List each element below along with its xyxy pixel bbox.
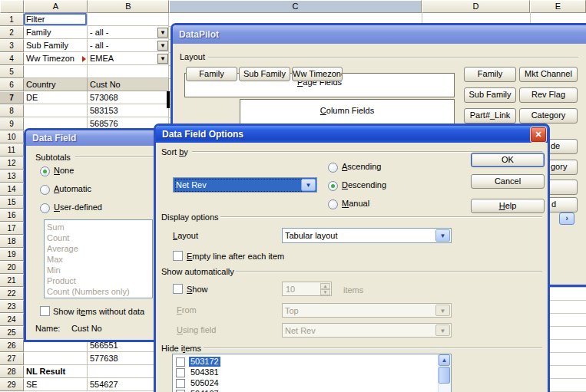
row-header-28[interactable]: 28 bbox=[0, 365, 24, 378]
sort-radio-label-1[interactable]: Descending bbox=[342, 180, 386, 189]
chevron-down-icon[interactable]: ▼ bbox=[301, 179, 316, 191]
row-header-29[interactable]: 29 bbox=[0, 378, 24, 391]
row-header-20[interactable]: 20 bbox=[0, 261, 24, 274]
scroll-up-icon[interactable]: ▲ bbox=[439, 354, 450, 366]
field-button[interactable]: Rev Flag bbox=[519, 87, 578, 103]
spinner-down-icon[interactable]: ▼ bbox=[320, 289, 330, 295]
cell-A7[interactable]: DE bbox=[24, 91, 88, 104]
sheet-corner[interactable] bbox=[0, 0, 24, 13]
datapilot-titlebar[interactable]: DataPilot bbox=[173, 25, 586, 44]
hide-item-value[interactable]: 504381 bbox=[189, 367, 220, 377]
show-items-label[interactable]: Show items without data bbox=[53, 307, 144, 316]
row-header-21[interactable]: 21 bbox=[0, 274, 24, 287]
from-select[interactable]: Top ▼ bbox=[282, 303, 452, 318]
layout-select[interactable]: Tabular layout ▼ bbox=[282, 228, 452, 243]
col-header-B[interactable]: B bbox=[88, 0, 169, 13]
function-list-item[interactable]: StDev (Sample) bbox=[47, 297, 150, 298]
cell-A27[interactable] bbox=[24, 352, 88, 365]
function-list-item[interactable]: Count (Numbers only) bbox=[47, 286, 150, 297]
cell-A8[interactable] bbox=[24, 104, 88, 117]
spinner-up-icon[interactable]: ▲ bbox=[320, 283, 330, 289]
hide-item-value[interactable]: 503172 bbox=[189, 357, 220, 367]
cell-A29[interactable]: SE bbox=[24, 378, 88, 391]
function-list-item[interactable]: Sum bbox=[47, 222, 150, 232]
row-header-18[interactable]: 18 bbox=[0, 235, 24, 248]
row-header-14[interactable]: 14 bbox=[0, 183, 24, 196]
subtotals-radio-label-1[interactable]: Automatic bbox=[54, 184, 91, 193]
subtotals-radio-2[interactable] bbox=[40, 203, 50, 213]
hide-item-checkbox[interactable] bbox=[176, 368, 185, 377]
cell-B6[interactable]: Cust No bbox=[88, 78, 169, 91]
using-field-select[interactable]: Net Rev ▼ bbox=[282, 323, 452, 338]
row-header-22[interactable]: 22 bbox=[0, 287, 24, 300]
cell-A2[interactable]: Family bbox=[24, 26, 88, 39]
function-list-item[interactable]: Average bbox=[47, 243, 150, 254]
function-list-item[interactable]: Max bbox=[47, 254, 150, 265]
subtotals-radio-label-2[interactable]: User-defined bbox=[54, 203, 102, 212]
row-header-23[interactable]: 23 bbox=[0, 300, 24, 313]
row-header-26[interactable]: 26 bbox=[0, 339, 24, 352]
row-header-5[interactable]: 5 bbox=[0, 65, 24, 78]
cancel-button[interactable]: Cancel bbox=[471, 174, 545, 189]
hide-items-list[interactable]: 503172504381505024504107 ▲ bbox=[172, 354, 452, 392]
help-button[interactable]: Help bbox=[471, 199, 545, 213]
row-header-25[interactable]: 25 bbox=[0, 326, 24, 339]
col-header-E[interactable]: E bbox=[530, 0, 586, 13]
page-field-button-1[interactable]: Sub Family bbox=[239, 67, 290, 81]
close-icon[interactable]: ✕ bbox=[530, 127, 547, 143]
col-header-D[interactable]: D bbox=[422, 0, 530, 13]
hide-items-scrollbar[interactable]: ▲ bbox=[438, 354, 451, 392]
sort-radio-label-2[interactable]: Manual bbox=[342, 199, 369, 208]
row-header-1[interactable]: 1 bbox=[0, 13, 24, 26]
page-field-button-2[interactable]: Ww Timezone bbox=[292, 67, 343, 81]
subtotals-radio-label-0[interactable]: None bbox=[54, 166, 74, 175]
sort-radio-2[interactable] bbox=[328, 199, 338, 209]
function-list-item[interactable]: Product bbox=[47, 275, 150, 286]
cell-A1[interactable]: Filter bbox=[24, 13, 88, 26]
show-label[interactable]: Show bbox=[187, 285, 208, 294]
options-titlebar[interactable]: Data Field Options bbox=[156, 126, 548, 143]
field-button[interactable]: Sub Family bbox=[464, 87, 516, 103]
row-header-7[interactable]: 7 bbox=[0, 91, 24, 104]
cell-A6[interactable]: Country bbox=[24, 78, 88, 91]
cell-A5[interactable] bbox=[24, 65, 88, 78]
ok-button[interactable]: OK bbox=[471, 153, 545, 167]
row-header-2[interactable]: 2 bbox=[0, 26, 24, 39]
hide-item-checkbox[interactable] bbox=[176, 379, 185, 388]
field-button[interactable]: Category bbox=[519, 108, 578, 124]
cell-B5[interactable] bbox=[88, 65, 169, 78]
hide-item-checkbox[interactable] bbox=[176, 357, 185, 367]
subtotal-function-list[interactable]: SumCountAverageMaxMinProductCount (Numbe… bbox=[44, 219, 153, 298]
col-header-C[interactable]: C bbox=[169, 0, 422, 13]
row-header-10[interactable]: 10 bbox=[0, 130, 24, 143]
data-field-titlebar[interactable]: Data Field bbox=[26, 130, 157, 146]
page-field-button-0[interactable]: Family bbox=[186, 67, 237, 81]
sort-field-select[interactable]: Net Rev ▼ bbox=[173, 177, 317, 193]
function-list-item[interactable]: Min bbox=[47, 265, 150, 275]
col-header-A[interactable]: A bbox=[24, 0, 88, 13]
sort-radio-0[interactable] bbox=[328, 163, 338, 173]
row-header-3[interactable]: 3 bbox=[0, 39, 24, 52]
chevron-down-icon[interactable]: ▼ bbox=[435, 229, 450, 242]
cell-A28[interactable]: NL Result bbox=[24, 365, 88, 378]
row-header-4[interactable]: 4 bbox=[0, 52, 24, 65]
autofilter-dropdown-icon[interactable]: ▼ bbox=[157, 54, 168, 64]
more-fields-button[interactable]: › bbox=[559, 212, 574, 225]
cell-B1[interactable] bbox=[88, 13, 169, 26]
hide-item-value[interactable]: 505024 bbox=[189, 378, 220, 388]
row-header-13[interactable]: 13 bbox=[0, 170, 24, 183]
show-items-checkbox[interactable] bbox=[40, 306, 50, 316]
row-header-16[interactable]: 16 bbox=[0, 209, 24, 222]
empty-line-checkbox[interactable] bbox=[173, 251, 183, 261]
items-count-spinner[interactable]: 10 ▲ ▼ bbox=[282, 282, 332, 296]
row-header-27[interactable]: 27 bbox=[0, 352, 24, 365]
row-header-8[interactable]: 8 bbox=[0, 104, 24, 117]
cell-A3[interactable]: Sub Family bbox=[24, 39, 88, 52]
row-header-15[interactable]: 15 bbox=[0, 196, 24, 209]
field-button[interactable]: Family bbox=[464, 67, 516, 82]
sort-radio-1[interactable] bbox=[328, 181, 338, 191]
function-list-item[interactable]: Count bbox=[47, 232, 150, 243]
subtotals-radio-1[interactable] bbox=[40, 185, 50, 195]
row-header-19[interactable]: 19 bbox=[0, 248, 24, 261]
cell-B8[interactable]: 583153 bbox=[88, 104, 169, 117]
